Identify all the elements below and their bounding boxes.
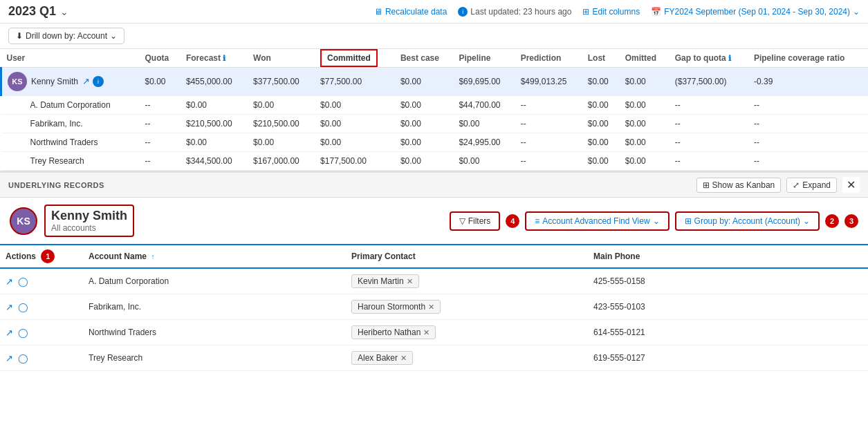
col-actions: Actions 1	[0, 245, 83, 268]
close-button[interactable]: ✕	[842, 177, 860, 193]
table-row: Northwind Traders -- $0.00 $0.00 $0.00 $…	[1, 133, 869, 152]
remove-contact-icon[interactable]: ✕	[400, 354, 407, 363]
contact-name: Kevin Martin	[358, 276, 404, 286]
share-icon[interactable]: ↗	[82, 76, 90, 87]
lost-cell: $0.00	[582, 152, 620, 171]
pipeline-cell: $24,995.00	[453, 133, 515, 152]
group-by-button[interactable]: ⊞ Group by: Account (Account) ⌄	[675, 211, 820, 231]
more-actions-icon[interactable]: ◯	[18, 328, 28, 338]
prediction-cell: --	[515, 152, 582, 171]
open-record-icon[interactable]: ↗	[6, 276, 13, 287]
quota-cell: --	[140, 96, 181, 115]
best-case-cell: $0.00	[395, 133, 454, 152]
list-item: ↗ ◯ Fabrikam, Inc. Haroun Stormonth ✕ 42…	[0, 294, 868, 320]
sort-icon[interactable]: ↑	[151, 253, 154, 260]
pipeline-cell: $0.00	[453, 115, 515, 133]
table-row: Trey Research -- $344,500.00 $167,000.00…	[1, 152, 869, 171]
col-omitted: Omitted	[620, 49, 670, 68]
won-cell: $0.00	[248, 96, 315, 115]
more-actions-icon[interactable]: ◯	[18, 276, 28, 287]
info-circle-icon[interactable]: i	[93, 76, 104, 87]
account-name-cell: Fabrikam, Inc.	[83, 294, 346, 320]
fy-period-selector[interactable]: 📅 FY2024 September (Sep 01, 2024 - Sep 3…	[651, 7, 860, 17]
committed-cell: $177,500.00	[315, 152, 395, 171]
gap-to-quota-cell: --	[670, 133, 748, 152]
recalculate-label: Recalculate data	[385, 7, 447, 17]
actions-cell: ↗ ◯	[0, 320, 83, 345]
forecast-header-row: User Quota Forecast ℹ Won Committed Best…	[1, 49, 869, 68]
omitted-cell: $0.00	[620, 133, 670, 152]
more-actions-icon[interactable]: ◯	[18, 353, 28, 363]
lost-cell: $0.00	[582, 115, 620, 133]
badge-4: 4	[506, 214, 519, 228]
actions-cell: ↗ ◯	[0, 345, 83, 371]
pcr-cell: --	[748, 115, 868, 133]
quota-cell: $0.00	[140, 68, 181, 96]
show-kanban-button[interactable]: ⊞ Show as Kanban	[696, 178, 782, 193]
col-won: Won	[248, 49, 315, 68]
account-name-cell: Trey Research	[83, 345, 346, 371]
person-name: Kenny Smith	[51, 209, 127, 223]
lost-cell: $0.00	[582, 68, 620, 96]
more-actions-icon[interactable]: ◯	[18, 302, 28, 312]
edit-columns-button[interactable]: ⊞ Edit columns	[582, 7, 640, 17]
table-row: KS Kenny Smith ↗i $0.00 $455,000.00 $377…	[1, 68, 869, 96]
actions-cell: ↗ ◯	[0, 268, 83, 294]
best-case-cell: $0.00	[395, 152, 454, 171]
adv-find-button[interactable]: ≡ Account Advanced Find View ⌄	[525, 211, 669, 231]
col-pipeline: Pipeline	[453, 49, 515, 68]
actions-label: Actions	[6, 252, 36, 261]
open-record-icon[interactable]: ↗	[6, 302, 13, 312]
omitted-cell: $0.00	[620, 152, 670, 171]
calendar-icon: 📅	[651, 7, 661, 17]
toolbar-row: ⬇ Drill down by: Account ⌄	[0, 23, 868, 49]
pipeline-cell: $44,700.00	[453, 96, 515, 115]
contact-tag: Heriberto Nathan ✕	[351, 325, 436, 339]
open-record-icon[interactable]: ↗	[6, 328, 13, 338]
omitted-cell: $0.00	[620, 96, 670, 115]
open-record-icon[interactable]: ↗	[6, 353, 13, 363]
filter-icon: ▽	[459, 216, 465, 226]
committed-cell: $0.00	[315, 115, 395, 133]
table-row: Fabrikam, Inc. -- $210,500.00 $210,500.0…	[1, 115, 869, 133]
badge-3: 3	[844, 214, 858, 228]
adv-find-chevron: ⌄	[653, 216, 660, 226]
main-phone-cell: 425-555-0158	[588, 268, 868, 294]
recalculate-button[interactable]: 🖥 Recalculate data	[374, 7, 447, 17]
remove-contact-icon[interactable]: ✕	[428, 303, 434, 312]
underlying-records-header: UNDERLYING RECORDS ⊞ Show as Kanban ⤢ Ex…	[0, 173, 868, 198]
kenny-smith-box: Kenny Smith All accounts	[44, 205, 134, 237]
remove-contact-icon[interactable]: ✕	[407, 277, 413, 286]
col-best-case: Best case	[395, 49, 454, 68]
fy-chevron-icon: ⌄	[853, 7, 860, 17]
quota-cell: --	[140, 133, 181, 152]
primary-contact-cell: Haroun Stormonth ✕	[346, 294, 588, 320]
contact-name: Alex Baker	[358, 353, 398, 363]
forecast-table: User Quota Forecast ℹ Won Committed Best…	[0, 49, 868, 171]
edit-columns-label: Edit columns	[592, 7, 640, 17]
forecast-cell: $0.00	[181, 96, 248, 115]
forecast-cell: $455,000.00	[181, 68, 248, 96]
group-by-icon: ⊞	[685, 216, 692, 226]
remove-contact-icon[interactable]: ✕	[423, 328, 430, 337]
recalculate-icon: 🖥	[374, 7, 382, 17]
edit-columns-icon: ⊞	[582, 7, 589, 17]
col-main-phone: Main Phone	[588, 245, 868, 268]
committed-cell: $77,500.00	[315, 68, 395, 96]
forecast-cell: $210,500.00	[181, 115, 248, 133]
expand-button[interactable]: ⤢ Expand	[786, 178, 837, 193]
lost-cell: $0.00	[582, 96, 620, 115]
chevron-down-icon[interactable]: ⌄	[60, 6, 68, 17]
drill-down-button[interactable]: ⬇ Drill down by: Account ⌄	[8, 28, 124, 44]
best-case-cell: $0.00	[395, 115, 454, 133]
user-name: A. Datum Corporation	[30, 100, 111, 110]
col-committed: Committed	[315, 49, 395, 68]
last-updated-label: Last updated: 23 hours ago	[470, 7, 571, 17]
col-primary-contact: Primary Contact	[346, 245, 588, 268]
filters-button[interactable]: ▽ Filters	[450, 211, 501, 231]
best-case-cell: $0.00	[395, 96, 454, 115]
expand-label: Expand	[802, 180, 831, 190]
pcr-cell: -0.39	[748, 68, 868, 96]
omitted-cell: $0.00	[620, 115, 670, 133]
best-case-cell: $0.00	[395, 68, 454, 96]
